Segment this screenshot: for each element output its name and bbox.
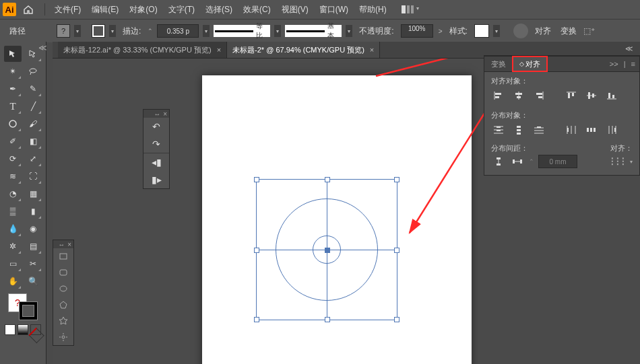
selection-tool[interactable] (4, 46, 22, 62)
handle-tl[interactable] (254, 177, 259, 182)
curvature-tool[interactable]: ✎ (24, 81, 42, 97)
align-hcenter-icon[interactable] (511, 89, 526, 102)
dist-left-icon[interactable] (564, 123, 579, 137)
shape-builder-tool[interactable]: ◔ (4, 186, 22, 202)
mesh-tool[interactable]: ▒ (4, 203, 22, 219)
pen-tool[interactable]: ✒ (4, 81, 22, 97)
dist-hcenter-icon[interactable] (584, 123, 599, 137)
align-bottom-icon[interactable] (604, 89, 619, 102)
arrange-icon[interactable]: ▾ (402, 5, 419, 13)
align-vcenter-icon[interactable] (584, 89, 599, 102)
shape-star-icon[interactable] (53, 313, 73, 329)
menu-text[interactable]: 文字(T) (163, 4, 200, 15)
panel-more-icon[interactable]: >> (610, 60, 618, 68)
rotate-tool[interactable]: ⟳ (4, 151, 22, 167)
menu-select[interactable]: 选择(S) (200, 4, 238, 15)
handle-tc[interactable] (325, 177, 330, 182)
direct-selection-tool[interactable] (24, 46, 42, 62)
handle-mr[interactable] (394, 248, 399, 253)
stroke-brush[interactable]: 基本 (285, 25, 342, 37)
dist-horz-space-icon[interactable] (510, 155, 525, 168)
align-to-dropdown-icon[interactable]: ▾ (630, 159, 633, 165)
free-transform-tool[interactable]: ⛶ (24, 168, 42, 184)
handle-tr[interactable] (394, 177, 399, 182)
artboard-tool[interactable]: ▭ (4, 256, 22, 272)
shape-ellipse-icon[interactable] (53, 281, 73, 297)
dist-bottom-icon[interactable] (532, 123, 546, 137)
dist-top-icon[interactable] (491, 123, 506, 137)
shape-rect-icon[interactable] (53, 248, 73, 264)
optbar-transform[interactable]: 变换 (558, 26, 579, 37)
close-icon[interactable]: × (370, 46, 374, 54)
handle-bc[interactable] (325, 317, 330, 322)
handle-bl[interactable] (254, 317, 259, 322)
lasso-tool[interactable] (24, 63, 42, 79)
slice-tool[interactable]: ✂ (24, 256, 42, 272)
menu-view[interactable]: 视图(V) (276, 4, 314, 15)
close-icon[interactable]: × (67, 241, 71, 248)
shape-roundrect-icon[interactable] (53, 264, 73, 281)
type-tool[interactable]: T (4, 98, 22, 114)
step-fwd-icon[interactable]: ▮▸ (143, 171, 169, 188)
dist-vert-space-icon[interactable] (491, 155, 506, 168)
graph-tool[interactable]: ▤ (24, 238, 42, 254)
zoom-tool[interactable]: 🔍 (24, 273, 42, 289)
line-tool[interactable]: ╱ (24, 98, 42, 114)
menu-object[interactable]: 对象(O) (124, 4, 162, 15)
perspective-tool[interactable]: ▦ (24, 186, 42, 202)
tab-align[interactable]: ◇对齐 (513, 57, 547, 71)
brush-dd[interactable]: ▾ (346, 25, 352, 37)
stroke-profile[interactable]: 等比 (214, 25, 270, 37)
align-left-icon[interactable] (491, 89, 506, 102)
isolate-icon[interactable]: ⬚⁺ (583, 26, 595, 36)
step-back-icon[interactable]: ◂▮ (143, 153, 169, 171)
profile-dd[interactable]: ▾ (274, 25, 281, 37)
shape-flare-icon[interactable] (53, 329, 73, 345)
center-point[interactable] (325, 248, 330, 253)
opacity-input[interactable]: 100% (401, 24, 433, 38)
style-dd[interactable]: ▾ (493, 25, 500, 37)
dist-vcenter-icon[interactable] (511, 123, 526, 137)
menu-edit[interactable]: 编辑(E) (86, 4, 124, 15)
spacing-input[interactable]: 0 mm (538, 155, 577, 168)
stroke-swatch[interactable] (92, 24, 105, 38)
align-top-icon[interactable] (564, 89, 579, 102)
color-mode-icon[interactable] (5, 324, 15, 335)
eyedropper-tool[interactable]: 💧 (4, 221, 22, 237)
eraser-tool[interactable]: ◧ (24, 133, 42, 149)
panel-menu-icon[interactable]: ≡ (631, 60, 635, 68)
hand-tool[interactable]: ✋ (4, 273, 22, 289)
handle-br[interactable] (394, 317, 399, 322)
canvas-area[interactable]: ↔× ↔× ↶ ↷ ◂▮ ▮▸ (53, 58, 484, 364)
home-icon[interactable] (20, 1, 36, 17)
magic-wand-tool[interactable]: ✴ (4, 63, 22, 79)
stroke-dropdown-icon[interactable]: ▾ (109, 25, 116, 37)
width-tool[interactable]: ≋ (4, 168, 22, 184)
menu-help[interactable]: 帮助(H) (354, 4, 392, 15)
pin-icon[interactable]: ↔ (154, 110, 160, 118)
optbar-align[interactable]: 对齐 (532, 26, 554, 37)
menu-file[interactable]: 文件(F) (49, 4, 86, 15)
stroke-box[interactable] (19, 301, 38, 320)
scale-tool[interactable]: ⤢ (24, 151, 42, 167)
close-icon[interactable]: × (163, 110, 167, 118)
gradient-mode-icon[interactable] (18, 324, 28, 335)
symbol-sprayer-tool[interactable]: ✲ (4, 238, 22, 254)
fill-stroke-control[interactable]: ? (8, 293, 38, 320)
paintbrush-tool[interactable]: 🖌 (24, 116, 42, 132)
recolor-icon[interactable] (513, 24, 528, 38)
selection-bounds[interactable] (256, 179, 397, 320)
stroke-width-input[interactable]: 0.353 p (157, 24, 199, 38)
shaper-tool[interactable]: ✐ (4, 133, 22, 149)
gradient-tool[interactable]: ▮ (24, 203, 42, 219)
tab-doc2[interactable]: 未标题-2* @ 67.94% (CMYK/GPU 预览)× (227, 42, 380, 58)
style-swatch[interactable] (474, 24, 489, 38)
menu-window[interactable]: 窗口(W) (314, 4, 354, 15)
dist-right-icon[interactable] (604, 123, 619, 137)
ellipse-tool[interactable] (4, 116, 22, 132)
align-right-icon[interactable] (532, 89, 546, 102)
stroke-width-dropdown[interactable]: ▾ (203, 25, 210, 37)
fill-dropdown-icon[interactable]: ▾ (74, 25, 81, 37)
pin-icon[interactable]: ↔ (58, 241, 65, 248)
align-to-selection-icon[interactable]: ⁝⁝⁝ (610, 155, 627, 168)
